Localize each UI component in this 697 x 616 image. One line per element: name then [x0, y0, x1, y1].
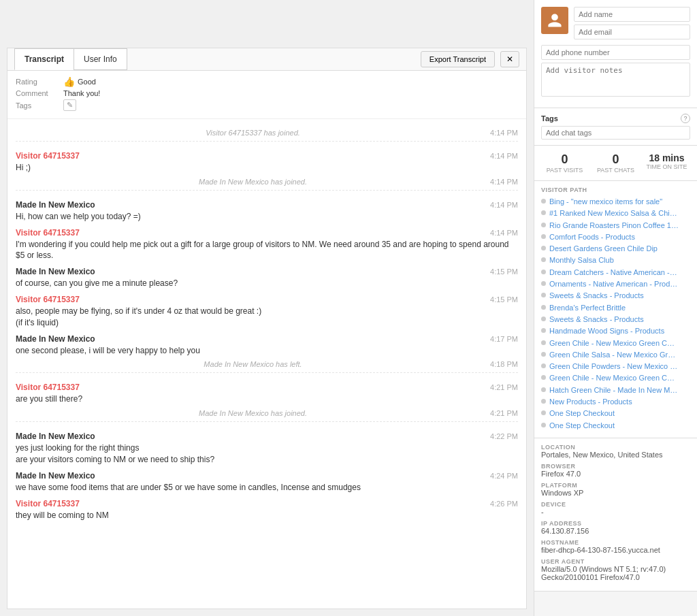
tab-transcript[interactable]: Transcript [14, 48, 74, 70]
rating-text: Good [78, 78, 96, 86]
path-text: One Step Checkout [549, 421, 615, 430]
path-text: One Step Checkout [549, 408, 615, 418]
path-text: Desert Gardens Green Chile Dip [549, 244, 658, 253]
tab-user-info[interactable]: User Info [74, 48, 127, 70]
path-text: Comfort Foods - Products [549, 232, 635, 242]
list-item[interactable]: Monthly Salsa Club [541, 255, 690, 265]
comment-label: Comment [16, 89, 63, 97]
add-notes-input[interactable] [541, 63, 690, 97]
list-item[interactable]: One Step Checkout [541, 421, 690, 430]
list-item[interactable]: Hatch Green Chile - Made In New Mexico [541, 385, 690, 395]
message-row: Made In New Mexico4:17 PM [16, 329, 518, 344]
path-dot [541, 281, 546, 286]
message-text: I'm wondering if you could help me pick … [16, 239, 518, 262]
message-time: 4:21 PM [490, 383, 518, 391]
help-icon[interactable]: ? [681, 114, 690, 123]
add-phone-input[interactable] [541, 45, 690, 60]
visitor-path-label: VISITOR PATH [541, 187, 690, 193]
chat-meta: Rating 👍 Good Comment Thank you! Tags ✎ [7, 71, 526, 119]
message-row: Visitor 647153374:15 PM [16, 289, 518, 304]
location-value: Portales, New Mexico, United States [541, 451, 690, 459]
right-sidebar: Tags ? 0 PAST VISITS 0 PAST CHATS 18 min… [534, 0, 697, 616]
system-message: Visitor 64715337 has joined.4:14 PM [16, 129, 518, 137]
ip-value: 64.130.87.156 [541, 527, 690, 535]
list-item[interactable]: Comfort Foods - Products [541, 232, 690, 242]
user-agent-row: USER AGENT Mozilla/5.0 (Windows NT 5.1; … [541, 558, 690, 581]
list-item[interactable]: Rio Grande Roasters Pinon Coffee 12 oz. … [541, 221, 690, 230]
path-text: Dream Catchers - Native American - Produ… [549, 268, 679, 277]
message-time: 4:14 PM [490, 152, 518, 160]
info-section: LOCATION Portales, New Mexico, United St… [534, 438, 697, 591]
path-dot [541, 328, 546, 333]
edit-icon[interactable]: ✎ [63, 99, 76, 111]
message-time: 4:14 PM [490, 229, 518, 237]
add-chat-tags-input[interactable] [541, 126, 690, 140]
list-item[interactable]: Green Chile - New Mexico Green Chile - P… [541, 338, 690, 348]
visitor-inputs [574, 7, 690, 39]
path-text: #1 Ranked New Mexico Salsa & Chile Pow..… [549, 208, 679, 218]
add-email-input[interactable] [574, 25, 690, 39]
past-visits-value: 0 [541, 152, 588, 167]
visitor-name: Visitor 64715337 [16, 383, 80, 392]
list-item[interactable]: #1 Ranked New Mexico Salsa & Chile Pow..… [541, 208, 690, 218]
tags-header: Tags ? [541, 114, 690, 123]
visitor-name: Visitor 64715337 [16, 151, 80, 161]
message-time: 4:17 PM [490, 335, 518, 343]
chat-container: Transcript User Info Export Transcript ✕… [7, 48, 527, 609]
message-row: Made In New Mexico4:14 PM [16, 195, 518, 210]
list-item[interactable]: Green Chile Powders - New Mexico Green..… [541, 361, 690, 371]
path-text: Handmade Wood Signs - Products [549, 326, 664, 336]
path-text: Ornaments - Native American - Products [549, 279, 679, 289]
list-item[interactable]: Desert Gardens Green Chile Dip [541, 244, 690, 253]
chat-tabs: Transcript User Info Export Transcript ✕ [7, 48, 526, 71]
close-chat-button[interactable]: ✕ [500, 51, 519, 67]
path-dot [541, 423, 546, 427]
rating-label: Rating [16, 78, 63, 86]
stats-section: 0 PAST VISITS 0 PAST CHATS 18 mins TIME … [534, 146, 697, 181]
past-visits-stat: 0 PAST VISITS [541, 152, 588, 174]
add-name-input[interactable] [574, 7, 690, 22]
ip-row: IP ADDRESS 64.130.87.156 [541, 520, 690, 535]
tags-label: Tags [16, 101, 63, 110]
path-text: New Products - Products [549, 397, 632, 406]
tags-edit-button[interactable]: ✎ [63, 99, 76, 111]
path-text: Rio Grande Roasters Pinon Coffee 12 oz. … [549, 221, 679, 230]
list-item[interactable]: Bing - "new mexico items for sale" [541, 197, 690, 206]
message-text: also, people may be flying, so if it's u… [16, 306, 518, 329]
message-text: one second please, i will be very happy … [16, 345, 518, 357]
device-row: DEVICE - [541, 501, 690, 516]
message-text: yes just looking for the right things ar… [16, 442, 518, 466]
browser-label: BROWSER [541, 463, 690, 470]
message-text: are you still there? [16, 393, 518, 405]
list-item[interactable]: Green Chile - New Mexico Green Chile - P… [541, 373, 690, 383]
path-dot [541, 352, 546, 357]
agent-name: Made In New Mexico [16, 200, 95, 210]
message-row: Made In New Mexico4:22 PM [16, 426, 518, 441]
user-agent-value: Mozilla/5.0 (Windows NT 5.1; rv:47.0) Ge… [541, 565, 690, 581]
list-item[interactable]: Ornaments - Native American - Products [541, 279, 690, 289]
tab-actions: Export Transcript ✕ [421, 51, 519, 67]
comment-value: Thank you! [63, 89, 100, 97]
path-dot [541, 270, 546, 274]
hostname-label: HOSTNAME [541, 539, 690, 546]
message-text: Hi ;) [16, 162, 518, 174]
list-item[interactable]: Handmade Wood Signs - Products [541, 326, 690, 336]
list-item[interactable]: Dream Catchers - Native American - Produ… [541, 268, 690, 277]
path-dot [541, 246, 546, 250]
list-item[interactable]: Brenda's Perfect Brittle [541, 303, 690, 312]
list-item[interactable]: Sweets & Snacks - Products [541, 314, 690, 324]
system-message: Made In New Mexico has joined.4:14 PM [16, 178, 518, 186]
path-dot [541, 199, 546, 204]
message-row: Visitor 647153374:14 PM [16, 223, 518, 238]
list-item[interactable]: Green Chile Salsa - New Mexico Green Ch.… [541, 350, 690, 359]
list-item[interactable]: New Products - Products [541, 397, 690, 406]
path-text: Bing - "new mexico items for sale" [549, 197, 662, 206]
system-message: Made In New Mexico has left.4:18 PM [16, 360, 518, 368]
list-item[interactable]: Sweets & Snacks - Products [541, 291, 690, 300]
platform-label: PLATFORM [541, 482, 690, 489]
list-item[interactable]: One Step Checkout [541, 408, 690, 418]
message-row: Made In New Mexico4:24 PM [16, 466, 518, 481]
path-text: Green Chile - New Mexico Green Chile - P… [549, 373, 679, 383]
export-transcript-button[interactable]: Export Transcript [421, 51, 495, 67]
message-row: Made In New Mexico4:15 PM [16, 261, 518, 276]
